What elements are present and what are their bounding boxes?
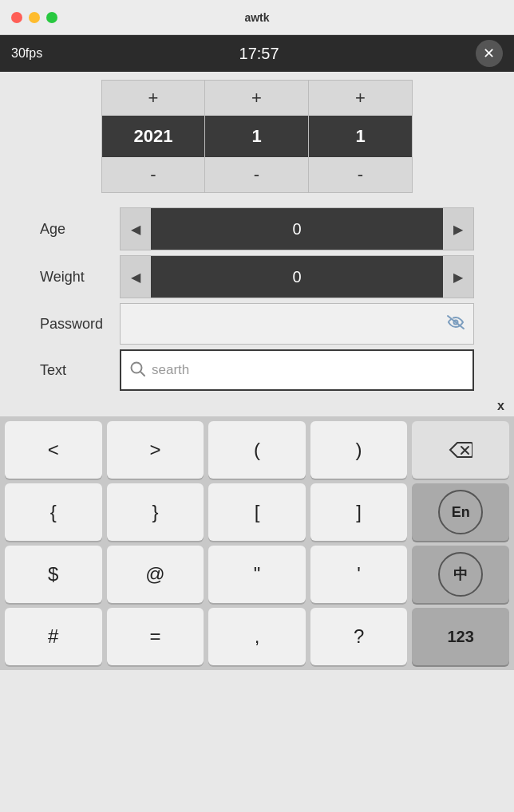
key-123[interactable]: 123 xyxy=(412,608,509,665)
key-zh[interactable]: 中 xyxy=(438,552,483,597)
key-less-than[interactable]: < xyxy=(5,421,102,479)
text-row: Text searth xyxy=(40,349,474,391)
search-placeholder: searth xyxy=(152,362,189,378)
close-window-button[interactable] xyxy=(11,12,22,23)
app-title: awtk xyxy=(244,11,269,24)
form-area: Age ◀ 0 ▶ Weight ◀ 0 ▶ Password xyxy=(0,201,514,396)
keyboard-dismiss-row: x xyxy=(0,396,514,416)
age-row: Age ◀ 0 ▶ xyxy=(40,207,474,250)
status-bar: 30fps 17:57 ✕ xyxy=(0,35,514,72)
maximize-window-button[interactable] xyxy=(46,12,57,23)
password-row: Password xyxy=(40,303,474,345)
key-greater-than[interactable]: > xyxy=(107,421,204,479)
age-label: Age xyxy=(40,221,120,238)
day-column: + 1 - xyxy=(309,80,413,193)
key-en[interactable]: En xyxy=(438,490,483,534)
search-icon xyxy=(129,361,145,380)
year-value: 2021 xyxy=(102,116,204,157)
key-single-quote[interactable]: ' xyxy=(310,546,408,603)
weight-slider: ◀ 0 ▶ xyxy=(120,255,474,298)
key-comma[interactable]: , xyxy=(208,608,306,665)
main-content: + 2021 - + 1 - + 1 - Age ◀ 0 ▶ Weight xyxy=(0,72,514,812)
weight-value: 0 xyxy=(151,256,443,298)
key-open-paren[interactable]: ( xyxy=(208,421,306,479)
weight-label: Weight xyxy=(40,269,120,286)
month-column: + 1 - xyxy=(205,80,309,193)
key-close-bracket[interactable]: ] xyxy=(310,483,408,541)
month-value: 1 xyxy=(205,116,308,157)
key-open-brace[interactable]: { xyxy=(5,483,102,541)
weight-increment-button[interactable]: ▶ xyxy=(443,256,473,298)
day-decrement-button[interactable]: - xyxy=(309,157,412,192)
key-hash[interactable]: # xyxy=(5,608,102,665)
age-slider: ◀ 0 ▶ xyxy=(120,207,474,250)
keyboard-row-1: < > ( ) xyxy=(5,421,509,479)
key-zh-wrap[interactable]: 中 xyxy=(412,546,509,603)
time-label: 17:57 xyxy=(239,45,279,63)
keyboard-dismiss-button[interactable]: x xyxy=(497,399,504,413)
weight-decrement-button[interactable]: ◀ xyxy=(121,256,151,298)
keyboard: < > ( ) { } [ ] En $ @ xyxy=(0,416,514,670)
weight-row: Weight ◀ 0 ▶ xyxy=(40,255,474,298)
year-increment-button[interactable]: + xyxy=(102,81,204,116)
fps-label: 30fps xyxy=(11,46,42,61)
key-open-bracket[interactable]: [ xyxy=(208,483,306,541)
keyboard-row-2: { } [ ] En xyxy=(5,483,509,541)
key-close-brace[interactable]: } xyxy=(107,483,204,541)
month-decrement-button[interactable]: - xyxy=(205,157,308,192)
text-label: Text xyxy=(40,362,120,379)
eye-slash-icon[interactable] xyxy=(446,314,465,334)
keyboard-row-4: # = , ? 123 xyxy=(5,608,509,665)
title-bar: awtk xyxy=(0,0,514,35)
date-picker: + 2021 - + 1 - + 1 - xyxy=(0,72,514,201)
key-question[interactable]: ? xyxy=(310,608,408,665)
day-value: 1 xyxy=(309,116,412,157)
age-increment-button[interactable]: ▶ xyxy=(443,208,473,250)
window-controls xyxy=(11,12,57,23)
minimize-window-button[interactable] xyxy=(29,12,40,23)
password-field[interactable] xyxy=(120,303,474,345)
search-field[interactable]: searth xyxy=(120,349,474,391)
key-backspace[interactable] xyxy=(412,421,509,479)
key-close-paren[interactable]: ) xyxy=(310,421,408,479)
svg-line-2 xyxy=(140,372,144,376)
key-en-wrap[interactable]: En xyxy=(412,483,509,541)
month-increment-button[interactable]: + xyxy=(205,81,308,116)
age-value: 0 xyxy=(151,208,443,250)
password-label: Password xyxy=(40,316,120,333)
key-at[interactable]: @ xyxy=(107,546,204,603)
key-double-quote[interactable]: " xyxy=(208,546,306,603)
key-equals[interactable]: = xyxy=(107,608,204,665)
year-decrement-button[interactable]: - xyxy=(102,157,204,192)
key-dollar[interactable]: $ xyxy=(5,546,102,603)
year-column: + 2021 - xyxy=(101,80,205,193)
age-decrement-button[interactable]: ◀ xyxy=(121,208,151,250)
day-increment-button[interactable]: + xyxy=(309,81,412,116)
keyboard-row-3: $ @ " ' 中 xyxy=(5,546,509,603)
statusbar-close-button[interactable]: ✕ xyxy=(476,40,503,67)
